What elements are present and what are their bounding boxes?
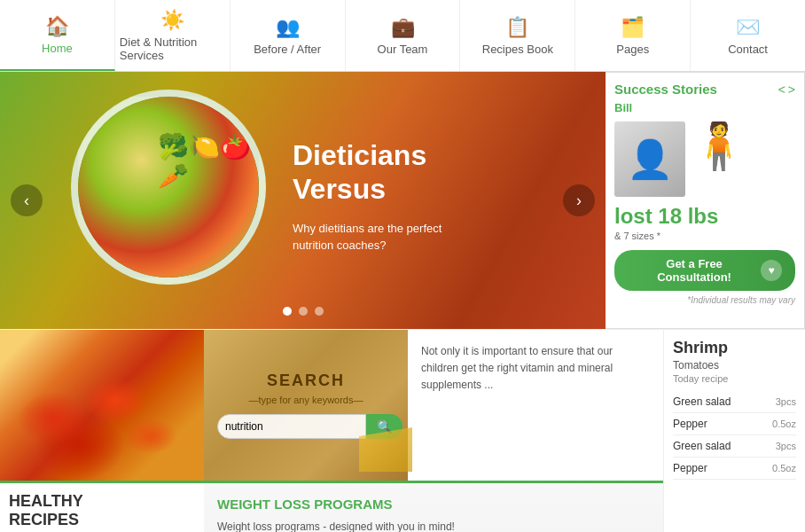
main-area: Dieticians Versus Why dietitians are the… — [0, 72, 805, 329]
recipe-items-list: Green salad3pcsPepper0.5ozGreen salad3pc… — [673, 391, 796, 480]
hero-dot-3[interactable] — [315, 307, 324, 316]
nav-label-contact: Contact — [728, 43, 768, 56]
success-lost-text: lost 18 lbs — [614, 204, 795, 229]
recipe-list-panel: Shrimp Tomatoes Today recipe Green salad… — [663, 330, 805, 532]
hero-dot-2[interactable] — [299, 307, 308, 316]
clipboard-icon: 📋 — [505, 16, 529, 39]
hero-description: Why dietitians are the perfect nutrition… — [293, 220, 470, 254]
bottom-area: HEALTHY RECIPES SEARCH —type for any key… — [0, 329, 805, 532]
nav-label-before-after: Before / After — [254, 43, 321, 56]
mail-icon: ✉️ — [736, 16, 760, 39]
success-title: Success Stories — [614, 82, 717, 97]
recipe-row: Pepper0.5oz — [673, 413, 796, 435]
hero-next-button[interactable]: › — [563, 184, 595, 216]
sun-icon: ☀️ — [160, 9, 184, 32]
heart-icon: ♥ — [761, 260, 782, 281]
success-content: 👤 🧍 — [614, 121, 795, 197]
success-stories-panel: Success Stories < > Bill 👤 🧍 lost 18 lbs… — [606, 72, 805, 329]
nav-item-before-after[interactable]: 👥 Before / After — [231, 0, 346, 71]
recipes-info: Not only it is important to ensure that … — [408, 330, 663, 481]
search-title: SEARCH — [267, 372, 345, 390]
recipe-item-name: Pepper — [673, 462, 707, 474]
folder-icon: 🗂️ — [621, 16, 645, 39]
disclaimer-text: *Individual results may vary — [614, 295, 795, 305]
main-nav: 🏠 Home ☀️ Diet & Nutrition Services 👥 Be… — [0, 0, 805, 72]
recipe-sub-name: Tomatoes — [673, 359, 796, 372]
success-sizes-text: & 7 sizes * — [614, 231, 795, 241]
nav-item-our-team[interactable]: 💼 Our Team — [346, 0, 461, 71]
recipe-item-name: Green salad — [673, 395, 731, 408]
nav-item-pages[interactable]: 🗂️ Pages — [575, 0, 691, 71]
nav-item-contact[interactable]: ✉️ Contact — [691, 0, 805, 71]
search-box: SEARCH —type for any keywords— 🔍 — [204, 330, 408, 481]
hero-prev-button[interactable]: ‹ — [11, 184, 43, 216]
recipe-item-qty: 3pcs — [776, 441, 796, 451]
healthy-recipes-label: HEALTHY RECIPES — [0, 481, 204, 532]
middle-top-row: SEARCH —type for any keywords— 🔍 Not onl… — [204, 330, 663, 481]
recipe-item-qty: 3pcs — [776, 396, 796, 407]
hero-dots — [283, 307, 324, 316]
recipe-row: Green salad3pcs — [673, 391, 796, 413]
recipe-item-qty: 0.5oz — [772, 463, 796, 473]
hero-text-block: Dieticians Versus Why dietitians are the… — [293, 138, 470, 254]
success-header: Success Stories < > — [614, 82, 795, 97]
success-person-after: 🧍 — [692, 121, 746, 171]
healthy-recipes-heading: HEALTHY RECIPES — [9, 492, 195, 529]
hero-dot-1[interactable] — [283, 307, 292, 316]
recipe-row: Green salad3pcs — [673, 435, 796, 458]
search-subtitle: —type for any keywords— — [249, 395, 363, 405]
recipe-item-name: Green salad — [673, 440, 731, 452]
bottom-left: HEALTHY RECIPES — [0, 330, 204, 532]
recipe-item-name: Pepper — [673, 418, 707, 430]
weight-loss-text: Weight loss programs - designed with you… — [217, 519, 650, 532]
success-next-arrow[interactable]: > — [788, 82, 795, 97]
hero-slider: Dieticians Versus Why dietitians are the… — [0, 72, 606, 329]
food-photo — [0, 330, 204, 481]
briefcase-icon: 💼 — [391, 16, 415, 39]
bottom-middle: SEARCH —type for any keywords— 🔍 Not onl… — [204, 330, 663, 532]
cta-label: Get a Free Consultation! — [628, 257, 761, 284]
nav-label-our-team: Our Team — [378, 43, 428, 56]
hero-food-circle — [71, 90, 266, 285]
nav-item-home[interactable]: 🏠 Home — [0, 0, 115, 71]
recipes-description: Not only it is important to ensure that … — [421, 343, 650, 395]
success-person-name: Bill — [614, 101, 795, 114]
search-input[interactable] — [217, 414, 366, 439]
home-icon: 🏠 — [45, 15, 69, 38]
consultation-button[interactable]: Get a Free Consultation! ♥ — [614, 250, 795, 291]
recipe-row: Pepper0.5oz — [673, 458, 796, 480]
nav-label-recipes-book: Recipes Book — [482, 43, 553, 56]
success-prev-arrow[interactable]: < — [778, 82, 785, 97]
weight-loss-banner: WEIGHT LOSS PROGRAMS Weight loss program… — [204, 481, 663, 532]
people-icon: 👥 — [276, 16, 300, 39]
recipe-item-qty: 0.5oz — [772, 419, 796, 429]
nav-label-home: Home — [42, 42, 73, 55]
recipe-main-name: Shrimp — [673, 339, 796, 357]
food-image — [78, 97, 259, 278]
nav-item-recipes-book[interactable]: 📋 Recipes Book — [460, 0, 575, 71]
hero-heading: Dieticians Versus — [293, 138, 470, 207]
success-avatar: 👤 — [614, 121, 685, 197]
nav-item-diet[interactable]: ☀️ Diet & Nutrition Services — [115, 0, 231, 71]
nav-label-pages: Pages — [616, 43, 649, 56]
nav-label-diet: Diet & Nutrition Services — [120, 35, 225, 62]
weight-loss-title: WEIGHT LOSS PROGRAMS — [217, 497, 650, 512]
success-nav-arrows: < > — [778, 82, 795, 97]
today-recipe-label: Today recipe — [673, 373, 796, 384]
